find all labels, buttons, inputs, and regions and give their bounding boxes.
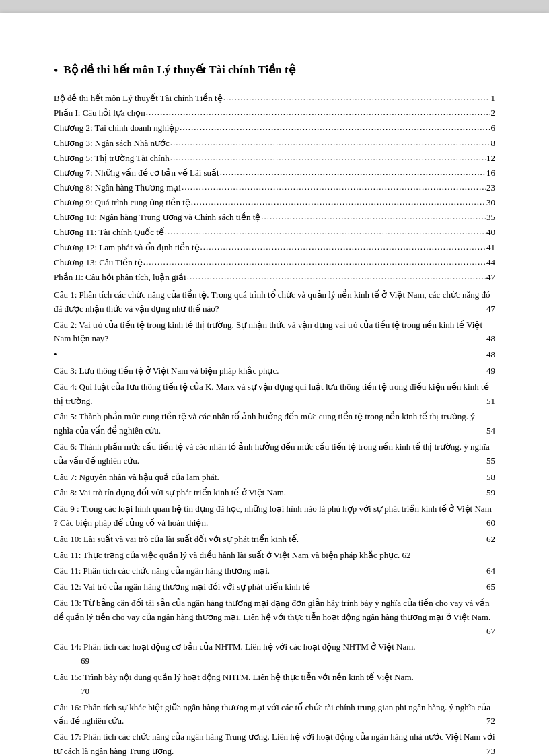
question-16: Câu 16: Phân tích sự khác biệt giữa ngân… xyxy=(54,701,495,729)
toc-page: 8 xyxy=(491,137,496,150)
toc-page: 35 xyxy=(486,211,495,224)
table-of-contents: Bộ đề thi hết môn Lý thuyết Tài chính Ti… xyxy=(54,92,495,284)
toc-label: Chương 11: Tài chính Quốc tế xyxy=(54,226,164,239)
toc-page: 12 xyxy=(486,151,495,165)
toc-page: 44 xyxy=(486,256,495,269)
toc-label: Chương 12: Lam phát và ổn định tiền tệ xyxy=(54,241,200,254)
questions-section: Câu 1: Phân tích các chức năng của tiền … xyxy=(54,288,495,756)
toc-label: Chương 10: Ngân hàng Trung ương và Chính… xyxy=(54,211,260,224)
question-7: Câu 7: Nguyên nhân và hậu quả của lam ph… xyxy=(54,471,495,485)
toc-page: 6 xyxy=(491,121,496,135)
toc-dots xyxy=(146,106,490,119)
question-14: Câu 14: Phân tích các hoạt động cơ bản c… xyxy=(54,640,495,668)
toc-page: 23 xyxy=(486,181,495,195)
question-6: Câu 6: Thành phần mức cầu tiền tệ và các… xyxy=(54,440,495,469)
question-5: Câu 5: Thành phần mức cung tiền tệ và cá… xyxy=(54,410,495,438)
toc-row: Chương 3: Ngân sách Nhà nước 8 xyxy=(54,137,495,150)
toc-dots xyxy=(191,195,486,209)
question-11a: Câu 11: Thực trạng của việc quản lý và đ… xyxy=(54,549,495,563)
toc-row: Chương 11: Tài chính Quốc tế 40 xyxy=(54,226,495,239)
toc-page: 41 xyxy=(486,241,495,254)
page-title: Bộ đề thi hết môn Lý thuyết Tài chính Ti… xyxy=(63,62,295,78)
question-1: Câu 1: Phân tích các chức năng của tiền … xyxy=(54,288,495,316)
title-section: • Bộ đề thi hết môn Lý thuyết Tài chính … xyxy=(54,62,495,79)
question-2: Câu 2: Vai trò của tiền tệ trong kinh tế… xyxy=(54,318,495,347)
toc-label: Chương 3: Ngân sách Nhà nước xyxy=(54,137,170,150)
toc-row: Chương 5: Thị trường Tài chính 12 xyxy=(54,151,495,165)
toc-row: Phần I: Câu hỏi lựa chọn 2 xyxy=(54,106,495,120)
toc-dots xyxy=(170,136,490,149)
toc-label: Chương 8: Ngân hàng Thương mại xyxy=(54,181,181,195)
toc-dots xyxy=(165,225,486,238)
toc-row: Chương 12: Lam phát và ổn định tiền tệ 4… xyxy=(54,241,495,254)
toc-label: Chương 7: Những vấn đề cơ bản về Lãi suấ… xyxy=(54,166,219,180)
toc-dots xyxy=(223,91,490,104)
toc-page: 1 xyxy=(491,92,496,105)
toc-row: Chương 9: Quá trình cung ứng tiền tệ 30 xyxy=(54,196,495,209)
document-page: • Bộ đề thi hết môn Lý thuyết Tài chính … xyxy=(0,13,549,756)
toc-dots xyxy=(182,180,486,194)
toc-row: Chương 13: Câu Tiền tệ 44 xyxy=(54,256,495,269)
toc-label: Phần I: Câu hỏi lựa chọn xyxy=(54,106,145,120)
toc-label: Bộ đề thi hết môn Lý thuyết Tài chính Ti… xyxy=(54,92,223,105)
toc-row: Phần II: Câu hỏi phân tích, luận giải 47 xyxy=(54,271,495,284)
question-4: Câu 4: Qui luật của lưu thông tiền tệ củ… xyxy=(54,380,495,409)
toc-page: 40 xyxy=(486,226,495,239)
question-8: Câu 8: Vai trò tín dụng đối với sự phát … xyxy=(54,486,495,500)
toc-dots xyxy=(170,151,486,164)
toc-dots xyxy=(143,255,486,269)
toc-dots xyxy=(200,240,486,254)
question-12: Câu 12: Vai trò của ngân hàng thương mại… xyxy=(54,580,495,594)
toc-label: Chương 5: Thị trường Tài chính xyxy=(54,151,170,165)
bullet-icon: • xyxy=(54,63,58,79)
toc-page: 2 xyxy=(491,106,496,120)
question-9: Câu 9 : Trong các loại hình quan hệ tín … xyxy=(54,502,495,530)
question-15: Câu 15: Trình bày nội dung quản lý hoạt … xyxy=(54,671,495,699)
toc-row: Chương 8: Ngân hàng Thương mại 23 xyxy=(54,181,495,195)
toc-label: Chương 9: Quá trình cung ứng tiền tệ xyxy=(54,196,190,209)
toc-dots xyxy=(180,121,490,134)
question-11b: Câu 11: Phân tích các chức năng của ngân… xyxy=(54,564,495,578)
toc-row: Chương 2: Tài chính doanh nghiệp 6 xyxy=(54,121,495,135)
toc-dots xyxy=(187,270,486,283)
toc-page: 30 xyxy=(486,196,495,209)
bullet-item: •48 xyxy=(54,348,495,362)
question-10: Câu 10: Lãi suất và vai trò của lãi suất… xyxy=(54,532,495,547)
toc-page: 47 xyxy=(486,271,495,284)
question-3: Câu 3: Lưu thông tiền tệ ở Việt Nam và b… xyxy=(54,364,495,378)
question-17: Câu 17: Phân tích các chức năng của ngân… xyxy=(54,730,495,756)
toc-row: Chương 10: Ngân hàng Trung ương và Chính… xyxy=(54,211,495,224)
toc-page: 16 xyxy=(486,166,495,180)
toc-label: Chương 2: Tài chính doanh nghiệp xyxy=(54,121,179,135)
toc-dots xyxy=(220,166,486,179)
toc-row: Chương 7: Những vấn đề cơ bản về Lãi suấ… xyxy=(54,166,495,180)
toc-label: Chương 13: Câu Tiền tệ xyxy=(54,256,143,269)
toc-dots xyxy=(261,210,486,224)
question-13: Câu 13: Từ bảng cân đối tài sản của ngân… xyxy=(54,596,495,638)
toc-row: Bộ đề thi hết môn Lý thuyết Tài chính Ti… xyxy=(54,92,495,105)
toc-label: Phần II: Câu hỏi phân tích, luận giải xyxy=(54,271,186,284)
